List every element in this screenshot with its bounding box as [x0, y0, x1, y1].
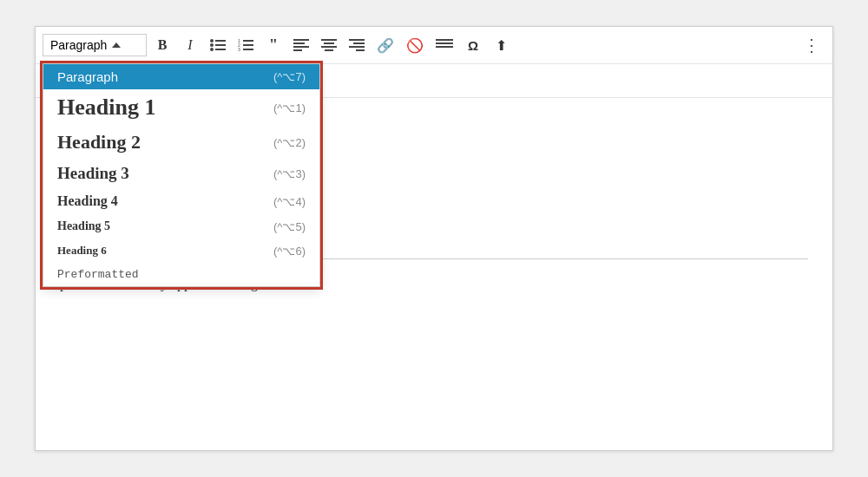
- svg-rect-13: [293, 42, 305, 44]
- svg-rect-15: [293, 49, 302, 51]
- svg-rect-20: [349, 39, 365, 41]
- svg-rect-3: [215, 40, 226, 42]
- paragraph-selector[interactable]: Paragraph: [43, 34, 147, 56]
- svg-rect-23: [356, 49, 365, 51]
- dropdown-preformatted-label: Preformatted: [57, 268, 139, 281]
- svg-rect-26: [436, 46, 453, 48]
- more-options-button[interactable]: ⋮: [798, 32, 825, 58]
- svg-rect-19: [325, 49, 333, 51]
- svg-rect-5: [215, 49, 226, 50]
- dropdown-h3-shortcut: (^⌥3): [273, 167, 306, 180]
- svg-rect-18: [321, 46, 337, 48]
- svg-point-1: [210, 43, 214, 47]
- dropdown-h4-label: Heading 4: [57, 193, 118, 209]
- dropdown-item-heading5[interactable]: Heading 5 (^⌥5): [43, 214, 319, 238]
- dropdown-h3-label: Heading 3: [57, 164, 129, 183]
- dropdown-h2-label: Heading 2: [57, 131, 141, 154]
- dropdown-paragraph-label: Paragraph: [57, 69, 118, 84]
- align-center-button[interactable]: [317, 33, 341, 57]
- paragraph-dropdown-menu: Paragraph (^⌥7) Heading 1 (^⌥1) Heading …: [43, 63, 320, 287]
- horizontal-rule-button[interactable]: [431, 33, 457, 57]
- svg-rect-22: [349, 46, 365, 48]
- blockquote-button[interactable]: ": [261, 33, 286, 57]
- svg-rect-14: [293, 46, 309, 48]
- svg-rect-10: [243, 44, 253, 46]
- dropdown-h5-shortcut: (^⌥5): [273, 220, 306, 233]
- align-left-button[interactable]: [289, 33, 313, 57]
- italic-button[interactable]: I: [178, 33, 202, 57]
- svg-rect-21: [353, 42, 365, 44]
- ordered-list-button[interactable]: 1 2 3: [233, 33, 258, 57]
- unlink-button[interactable]: 🚫: [402, 33, 428, 57]
- svg-text:3: 3: [238, 47, 240, 51]
- svg-rect-17: [324, 42, 334, 44]
- bold-button[interactable]: B: [150, 33, 174, 57]
- editor-container: Paragraph B I 1 2 3: [35, 26, 833, 451]
- svg-rect-16: [321, 39, 337, 41]
- svg-point-0: [210, 39, 214, 42]
- dropdown-h4-shortcut: (^⌥4): [273, 195, 306, 208]
- dropdown-item-heading2[interactable]: Heading 2 (^⌥2): [43, 126, 319, 159]
- dropdown-item-heading6[interactable]: Heading 6 (^⌥6): [43, 238, 319, 263]
- svg-rect-4: [215, 44, 226, 46]
- dropdown-item-heading3[interactable]: Heading 3 (^⌥3): [43, 159, 319, 188]
- dropdown-item-preformatted[interactable]: Preformatted: [43, 263, 319, 286]
- link-button[interactable]: 🔗: [372, 33, 398, 57]
- svg-rect-12: [293, 39, 309, 41]
- svg-rect-11: [243, 49, 253, 50]
- dropdown-item-paragraph[interactable]: Paragraph (^⌥7): [43, 64, 319, 89]
- align-right-button[interactable]: [345, 33, 369, 57]
- dropdown-item-heading4[interactable]: Heading 4 (^⌥4): [43, 188, 319, 214]
- dropdown-h2-shortcut: (^⌥2): [273, 136, 306, 149]
- svg-rect-9: [243, 40, 253, 42]
- dropdown-h5-label: Heading 5: [57, 219, 110, 233]
- dropdown-h1-shortcut: (^⌥1): [273, 101, 306, 114]
- dropdown-h1-label: Heading 1: [57, 95, 155, 121]
- unordered-list-button[interactable]: [206, 33, 230, 57]
- dropdown-paragraph-shortcut: (^⌥7): [273, 70, 306, 83]
- svg-point-2: [210, 48, 214, 51]
- dropdown-item-heading1[interactable]: Heading 1 (^⌥1): [43, 89, 319, 126]
- special-char-button[interactable]: Ω: [461, 33, 485, 57]
- indent-button[interactable]: ⬆: [489, 33, 513, 57]
- toolbar-row1: Paragraph B I 1 2 3: [36, 27, 832, 64]
- svg-rect-25: [436, 42, 453, 44]
- svg-rect-24: [436, 39, 453, 41]
- dropdown-arrow-icon: [112, 42, 121, 48]
- dropdown-h6-shortcut: (^⌥6): [273, 245, 306, 258]
- paragraph-selector-label: Paragraph: [50, 38, 107, 52]
- dropdown-h6-label: Heading 6: [57, 244, 107, 258]
